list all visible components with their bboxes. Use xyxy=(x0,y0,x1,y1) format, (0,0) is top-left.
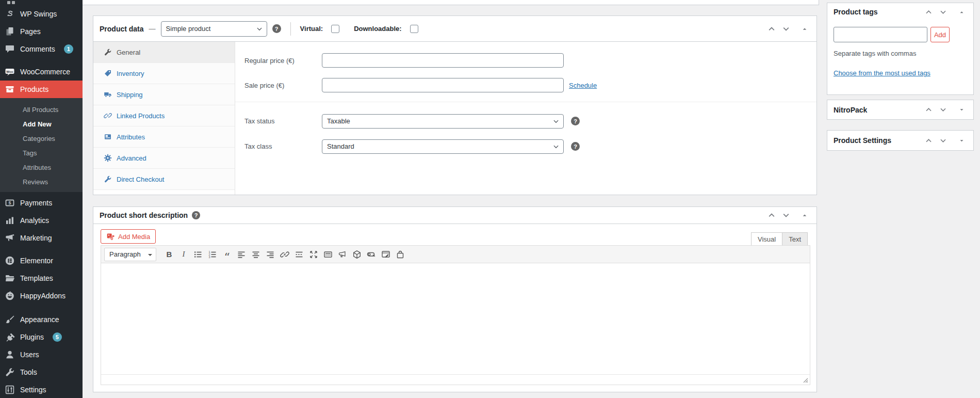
bullet-list-button[interactable] xyxy=(191,248,205,261)
help-icon[interactable]: ? xyxy=(571,117,580,125)
choose-tags-link[interactable]: Choose from the most used tags xyxy=(834,69,930,77)
collapse-toggle-icon[interactable] xyxy=(799,23,810,35)
tab-direct-checkout[interactable]: Direct Checkout xyxy=(93,169,235,190)
new-tag-input[interactable] xyxy=(834,27,927,42)
move-down-button[interactable] xyxy=(937,104,949,116)
tab-inventory[interactable]: Inventory xyxy=(93,63,235,84)
editor-content-area[interactable] xyxy=(101,263,810,374)
sidebar-item-marketing[interactable]: Marketing xyxy=(0,229,83,247)
sidebar-item-happyaddons[interactable]: HappyAddons xyxy=(0,287,83,305)
virtual-checkbox[interactable] xyxy=(331,25,339,33)
help-icon[interactable]: ? xyxy=(571,142,580,151)
submenu-all-products[interactable]: All Products xyxy=(0,102,83,117)
sidebar-item-payments[interactable]: $ Payments xyxy=(0,194,83,212)
insert-link-button[interactable] xyxy=(278,248,291,261)
expand-toggle-icon[interactable] xyxy=(956,135,967,146)
submenu-add-new[interactable]: Add New xyxy=(0,117,83,131)
cube-button[interactable] xyxy=(350,248,364,261)
align-left-button[interactable] xyxy=(235,248,248,261)
wrench-icon xyxy=(104,175,112,183)
move-up-button[interactable] xyxy=(766,210,777,221)
align-left-icon xyxy=(237,250,246,259)
help-icon[interactable]: ? xyxy=(272,24,281,33)
analytics-icon xyxy=(5,215,15,226)
tab-shipping[interactable]: Shipping xyxy=(93,84,235,105)
sidebar-item-label: WooCommerce xyxy=(20,68,70,76)
sidebar-item-templates[interactable]: Templates xyxy=(0,269,83,287)
paragraph-format-select[interactable]: Paragraph xyxy=(104,248,156,261)
align-center-button[interactable] xyxy=(249,248,263,261)
blockquote-button[interactable]: “ xyxy=(220,248,234,261)
sidebar-item-settings[interactable]: Settings xyxy=(0,381,83,398)
submenu-categories[interactable]: Categories xyxy=(0,131,83,146)
product-type-select[interactable]: Simple product xyxy=(161,21,267,37)
fullscreen-button[interactable] xyxy=(307,248,320,261)
add-tag-button[interactable]: Add xyxy=(930,27,950,42)
sidebar-item-analytics[interactable]: Analytics xyxy=(0,212,83,229)
shopping-bag-button[interactable] xyxy=(394,248,407,261)
submenu-tags[interactable]: Tags xyxy=(0,146,83,160)
align-right-button[interactable] xyxy=(264,248,277,261)
sidebar-item-appearance[interactable]: Appearance xyxy=(0,311,83,328)
tax-class-label: Tax class xyxy=(244,142,322,150)
sidebar-item-tools[interactable]: Tools xyxy=(0,363,83,381)
sidebar-item-pages[interactable]: Pages xyxy=(0,23,83,40)
italic-button[interactable]: I xyxy=(177,248,190,261)
add-media-button[interactable]: Add Media xyxy=(101,229,156,244)
numbered-list-button[interactable]: 123 xyxy=(206,248,219,261)
tab-label: General xyxy=(117,49,140,56)
tab-linked-products[interactable]: Linked Products xyxy=(93,105,235,126)
bold-button[interactable]: B xyxy=(162,248,176,261)
sidebar-item-comments[interactable]: Comments 1 xyxy=(0,40,83,58)
window-edit-icon xyxy=(381,250,390,259)
move-up-button[interactable] xyxy=(923,6,934,18)
chevron-down-icon xyxy=(256,26,263,32)
submenu-reviews[interactable]: Reviews xyxy=(0,174,83,189)
tab-general[interactable]: General xyxy=(93,42,235,63)
virtual-label: Virtual: xyxy=(300,25,323,33)
move-up-button[interactable] xyxy=(923,104,934,116)
tab-advanced[interactable]: Advanced xyxy=(93,148,235,169)
happyaddons-face-icon xyxy=(5,291,15,301)
collapse-toggle-icon[interactable] xyxy=(956,6,967,18)
sale-price-input[interactable] xyxy=(322,78,564,92)
sidebar-item-woocommerce[interactable]: Woo WooCommerce xyxy=(0,63,83,81)
toggle-click-icon xyxy=(367,250,376,259)
move-down-button[interactable] xyxy=(780,23,792,35)
move-down-button[interactable] xyxy=(780,210,792,221)
tax-class-select[interactable]: Standard xyxy=(322,139,564,154)
tax-status-value: Taxable xyxy=(327,117,350,125)
general-tab-panel: Regular price (€) Sale price (€) Schedul… xyxy=(235,42,816,195)
tax-status-label: Tax status xyxy=(244,117,322,125)
move-up-button[interactable] xyxy=(923,135,934,146)
move-up-button[interactable] xyxy=(766,23,777,35)
more-tag-icon xyxy=(295,250,304,259)
move-down-button[interactable] xyxy=(937,135,949,146)
regular-price-input[interactable] xyxy=(322,53,564,68)
svg-text:3: 3 xyxy=(209,256,210,259)
toolbar-toggle-button[interactable] xyxy=(321,248,335,261)
help-icon[interactable]: ? xyxy=(192,211,200,219)
toggle-click-button[interactable] xyxy=(365,248,378,261)
tab-visual[interactable]: Visual xyxy=(751,232,782,245)
schedule-link[interactable]: Schedule xyxy=(569,82,597,89)
window-edit-button[interactable] xyxy=(379,248,393,261)
tax-status-select[interactable]: Taxable xyxy=(322,114,564,129)
submenu-attributes[interactable]: Attributes xyxy=(0,160,83,174)
more-tag-button[interactable] xyxy=(292,248,306,261)
sidebar-item-elementor[interactable]: Elementor xyxy=(0,252,83,269)
sidebar-item-products[interactable]: Products xyxy=(0,81,83,98)
sidebar-item-users[interactable]: Users xyxy=(0,346,83,363)
expand-toggle-icon[interactable] xyxy=(956,104,967,116)
resize-grip[interactable] xyxy=(802,377,808,383)
tab-text[interactable]: Text xyxy=(782,232,808,245)
tab-attributes[interactable]: Attributes xyxy=(93,126,235,148)
tab-label: Linked Products xyxy=(117,112,165,120)
downloadable-checkbox[interactable] xyxy=(410,25,418,33)
sidebar-item-wp-swings[interactable]: WP Swings xyxy=(0,5,83,23)
move-down-button[interactable] xyxy=(937,6,949,18)
nitropack-panel: NitroPack xyxy=(827,100,974,120)
megaphone-button[interactable] xyxy=(336,248,349,261)
collapse-toggle-icon[interactable] xyxy=(799,210,810,221)
sidebar-item-plugins[interactable]: Plugins 5 xyxy=(0,328,83,346)
